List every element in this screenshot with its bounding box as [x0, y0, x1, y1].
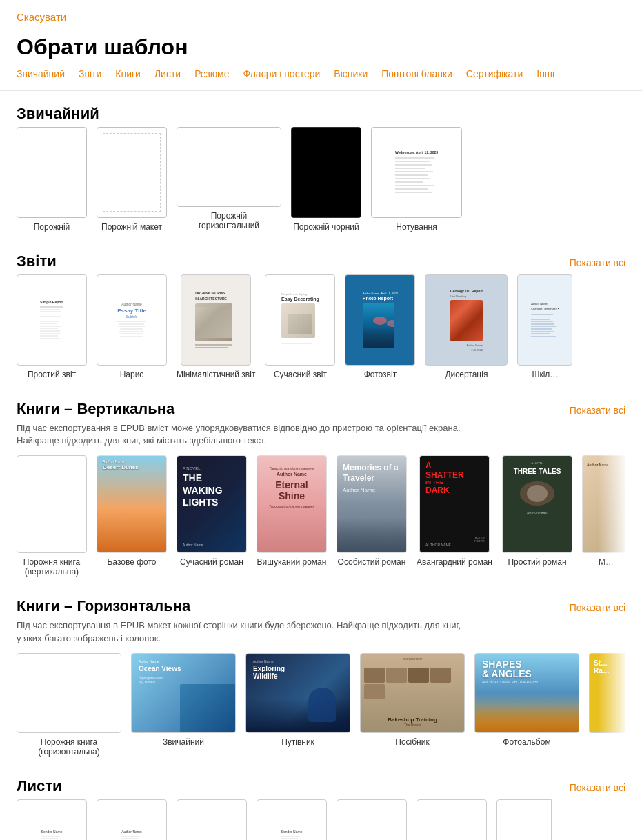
basic-title: Звичайний [17, 105, 99, 123]
letter-6-thumb [417, 799, 487, 840]
template-letter-1[interactable]: Sender Name [17, 799, 87, 840]
blank-book-v-thumb [17, 455, 87, 553]
template-blank-layout-thumb [97, 127, 167, 218]
books-horizontal-header: Книги – Горизонтальна Показати всі [17, 597, 625, 615]
template-blank-layout[interactable]: Порожній макет [97, 127, 167, 232]
tab-reports[interactable]: Звіти [79, 68, 101, 79]
template-personal-novel[interactable]: Memories of a Traveler Author Name Особи… [337, 455, 407, 577]
template-blank-book-h[interactable]: Порожня книга (горизонтальна) [17, 653, 121, 757]
template-blank-label: Порожній [34, 222, 70, 232]
more-novel-thumb: Author Name [582, 455, 625, 553]
modern-novel-thumb: A NOVEL THE WAKING LIGHTS Author Name [177, 455, 247, 553]
template-guide[interactable]: Author Name Exploring Wildlife Путівник [245, 653, 350, 757]
books-vertical-section: Книги – Вертикальна Показати всі Під час… [0, 386, 642, 583]
template-basic-photo[interactable]: Author Name Desert Dunes Базове фото [97, 455, 167, 577]
template-blank-book-v[interactable]: Порожня книга (вертикальна) [17, 455, 87, 577]
essay-label: Нарис [120, 370, 144, 379]
manual-thumb: SIGN EDITION Bakeshop Training The Basic… [360, 653, 465, 733]
template-simple-report[interactable]: Simple Report Простий зв [17, 274, 87, 379]
partial-h-thumb: St… Ra… [589, 653, 625, 733]
simple-novel-label: Простий роман [508, 557, 566, 567]
template-standard-h[interactable]: Author Name Ocean Views Highlights From … [131, 653, 236, 757]
simple-novel-thumb: A NOVEL THREE TALES AUTHOR NAME [502, 455, 572, 553]
letters-title: Листи [17, 777, 62, 795]
modern-novel-label: Сучасний роман [180, 557, 243, 567]
photo-report-thumb: Author Name · April 18, 2022 Photo Repor… [345, 274, 415, 366]
template-photo-report[interactable]: Author Name · April 18, 2022 Photo Repor… [345, 274, 415, 379]
template-minimal-report[interactable]: ORGANIC FORMS IN ARCHITECTURE Мінімаліст… [177, 274, 255, 379]
template-manual[interactable]: SIGN EDITION Bakeshop Training The Basic… [360, 653, 465, 757]
basic-photo-label: Базове фото [107, 557, 156, 567]
books-horizontal-section: Книги – Горизонтальна Показати всі Під ч… [0, 583, 642, 763]
letters-show-all[interactable]: Показати всі [570, 782, 625, 793]
blank-book-v-label: Порожня книга (вертикальна) [23, 557, 80, 577]
books-horizontal-row: Порожня книга (горизонтальна) Author Nam… [17, 653, 625, 757]
letter-7-thumb [496, 799, 552, 840]
books-horizontal-show-all[interactable]: Показати всі [570, 602, 625, 613]
modern-report-label: Сучасний звіт [274, 370, 327, 379]
template-letter-4[interactable]: Sender Name [257, 799, 327, 840]
books-vertical-row: Порожня книга (вертикальна) Author Name … [17, 455, 625, 577]
tab-newsletters[interactable]: Вісники [334, 68, 368, 79]
tab-resume[interactable]: Резюме [194, 68, 229, 79]
basic-section: Звичайний Порожній Порожній макет Порожн… [0, 91, 642, 239]
tab-flyers[interactable]: Флаєри і постери [243, 68, 321, 79]
reports-row: Simple Report Простий зв [17, 274, 625, 379]
dissertation-label: Дисертація [445, 370, 488, 379]
books-vertical-subtitle: Під час експортування в EPUB вміст може … [17, 422, 625, 447]
guide-label: Путівник [281, 737, 314, 747]
template-dissertation[interactable]: Geology 101 Report Unit Reading Author N… [425, 274, 508, 379]
books-vertical-show-all[interactable]: Показати всі [570, 405, 625, 416]
personal-novel-thumb: Memories of a Traveler Author Name [337, 455, 407, 553]
template-notes[interactable]: Wednesday, April 12, 2023 Нотування [371, 127, 462, 232]
essay-thumb: Author Name Essay Title Subtitle [97, 274, 167, 366]
template-avant-novel[interactable]: A SHATTER IN THE DARK AUTHOR NAME ACTION… [417, 455, 492, 577]
reports-title: Звіти [17, 252, 57, 270]
template-essay[interactable]: Author Name Essay Title Subtitle Нарис [97, 274, 167, 379]
dissertation-thumb: Geology 101 Report Unit Reading Author N… [425, 274, 508, 366]
photo-album-label: Фотоальбом [503, 737, 550, 747]
template-letter-6[interactable] [417, 799, 487, 840]
template-letter-2[interactable]: Author Name [97, 799, 167, 840]
avant-novel-thumb: A SHATTER IN THE DARK AUTHOR NAME ACTION… [419, 455, 490, 553]
tab-books[interactable]: Книги [115, 68, 141, 79]
reports-header: Звіти Показати всі [17, 252, 625, 270]
tab-basic[interactable]: Звичайний [17, 68, 65, 79]
template-modern-report[interactable]: Simple Home Styling Easy Decorating Суча… [265, 274, 335, 379]
template-elegant-novel[interactable]: Тарас до та після плавання Author Name E… [257, 455, 327, 577]
tab-postcards[interactable]: Поштові бланки [381, 68, 452, 79]
more-novel-label: М… [599, 557, 614, 567]
template-letter-5[interactable] [337, 799, 407, 840]
template-blank-horiz-thumb [177, 127, 281, 207]
tab-letters[interactable]: Листи [154, 68, 181, 79]
standard-h-label: Звичайний [163, 737, 204, 747]
template-modern-novel[interactable]: A NOVEL THE WAKING LIGHTS Author Name Су… [177, 455, 247, 577]
template-simple-novel[interactable]: A NOVEL THREE TALES AUTHOR NAME Простий … [502, 455, 572, 577]
guide-thumb: Author Name Exploring Wildlife [245, 653, 350, 733]
template-blank-layout-label: Порожній макет [101, 222, 162, 232]
template-blank-black[interactable]: Порожній чорний [291, 127, 361, 232]
template-blank[interactable]: Порожній [17, 127, 87, 232]
elegant-novel-label: Вишуканий роман [257, 557, 327, 567]
tab-certificates[interactable]: Сертифікати [466, 68, 523, 79]
template-letter-7[interactable] [496, 799, 552, 840]
template-partial-h[interactable]: St… Ra… [589, 653, 625, 757]
letters-section: Листи Показати всі Sender Name [0, 763, 642, 840]
page-title: Обрати шаблон [0, 29, 642, 68]
letters-row: Sender Name Author Name [17, 799, 625, 840]
template-letter-3[interactable] [177, 799, 247, 840]
template-more-novel[interactable]: Author Name М… [582, 455, 625, 577]
template-photo-album[interactable]: SHAPES & ANGLES ARCHITECTURAL PHOTOGRAPH… [474, 653, 579, 757]
reports-show-all[interactable]: Показати всі [570, 257, 625, 268]
blank-book-h-thumb [17, 653, 121, 733]
tab-others[interactable]: Інші [536, 68, 554, 79]
letter-3-thumb [177, 799, 247, 840]
letter-1-thumb: Sender Name [17, 799, 87, 840]
elegant-novel-thumb: Тарас до та після плавання Author Name E… [257, 455, 327, 553]
template-blank-horiz[interactable]: Порожній горизонтальний [177, 127, 281, 232]
simple-report-label: Простий звіт [28, 370, 76, 379]
cancel-button[interactable]: Скасувати [17, 11, 66, 23]
template-school[interactable]: Author Name Charlotte, Tennessee ▪ Шкіл… [517, 274, 572, 379]
letter-4-thumb: Sender Name [257, 799, 327, 840]
photo-report-label: Фотозвіт [364, 370, 397, 379]
